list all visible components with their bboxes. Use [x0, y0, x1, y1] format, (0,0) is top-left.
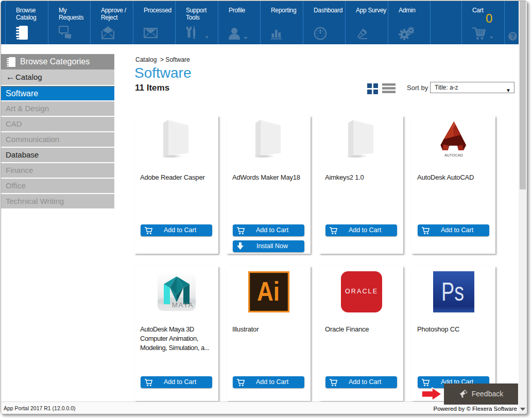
svg-text:Ps: Ps — [441, 277, 464, 306]
svg-text:ORACLE: ORACLE — [345, 288, 378, 295]
svg-text:Ai: Ai — [257, 276, 280, 306]
svg-text:AUTOCAD: AUTOCAD — [444, 153, 462, 157]
svg-text:MAYA: MAYA — [171, 301, 193, 309]
